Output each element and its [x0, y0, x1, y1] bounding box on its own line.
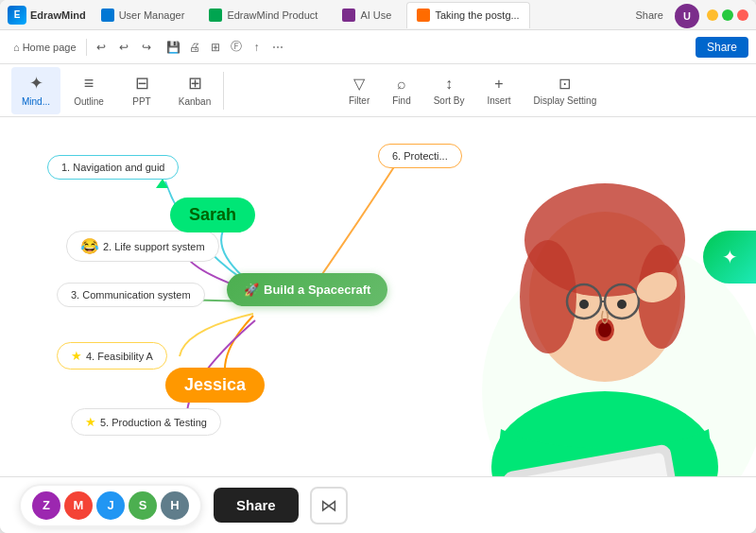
node-production[interactable]: ★ 5. Production & Testing	[71, 408, 221, 436]
jessica-label: Jessica	[184, 375, 246, 394]
node-feasibility[interactable]: ★ 4. Feasibility A	[57, 342, 167, 370]
maximize-button[interactable]	[722, 9, 733, 21]
find-button[interactable]: ⌕ Find	[385, 72, 418, 110]
app-name: EdrawMind	[30, 9, 86, 21]
home-link[interactable]: ⌂ Home page	[8, 42, 82, 53]
avatar-z[interactable]: Z	[32, 491, 60, 520]
avatar-j[interactable]: J	[96, 491, 125, 520]
node-3-label: 3. Communication system	[71, 289, 191, 301]
print-icon[interactable]: 🖨	[185, 38, 204, 57]
ribbon-separator	[223, 72, 224, 110]
ppt-icon: ⊟	[135, 73, 149, 94]
bottom-bar: Z M J S H Share ⋈	[0, 476, 756, 533]
star-icon-5: ★	[85, 415, 96, 429]
sort-by-button[interactable]: ↕ Sort By	[426, 72, 472, 110]
node-2-label: 2. Life support system	[103, 241, 205, 252]
tab-edrawmind-product[interactable]: EdrawMind Product	[199, 2, 327, 28]
title-bar-controls: U Share ? ∧	[632, 9, 748, 21]
search-icon: ⌕	[397, 76, 406, 93]
ribbon-ppt-button[interactable]: ⊟ PPT	[117, 67, 166, 114]
insert-icon: +	[494, 76, 503, 93]
title-bar-left: E EdrawMind User Manager EdrawMind Produ…	[8, 2, 530, 28]
tab-user-manager[interactable]: User Manager	[92, 2, 195, 28]
title-bar: E EdrawMind User Manager EdrawMind Produ…	[0, 0, 756, 30]
ai-bubble-button[interactable]: ✦	[703, 231, 756, 284]
jessica-bubble: Jessica	[165, 368, 265, 403]
tab-icon-postg	[417, 9, 430, 22]
toolbar-divider	[86, 39, 87, 56]
redo-button[interactable]: ↪	[136, 37, 157, 58]
avatar-s[interactable]: S	[129, 491, 157, 520]
sarah-label: Sarah	[189, 205, 236, 224]
outline-icon: ≡	[84, 74, 94, 94]
save-icon[interactable]: 💾	[164, 38, 183, 57]
toolbar-actions: 💾 🖨 ⊞ Ⓕ ↑ ⋯	[164, 38, 287, 57]
central-node-icon: 🚀	[244, 283, 259, 297]
app-logo: E EdrawMind	[8, 6, 86, 25]
ribbon-outline-button[interactable]: ≡ Outline	[64, 67, 113, 114]
close-button[interactable]	[737, 9, 748, 21]
main-canvas[interactable]: 🚀 Build a Spacecraft 1. Navigation and g…	[0, 117, 756, 476]
tab-ai-use[interactable]: AI Use	[333, 2, 401, 28]
central-node: 🚀 Build a Spacecraft	[227, 273, 387, 306]
tab-taking-postg[interactable]: Taking the postg...	[406, 2, 529, 28]
format-icon[interactable]: Ⓕ	[227, 38, 246, 57]
node-communication[interactable]: 3. Communication system	[57, 283, 205, 307]
export-icon[interactable]: ↑	[248, 38, 266, 57]
browser-window: E EdrawMind User Manager EdrawMind Produ…	[0, 0, 756, 533]
svg-point-18	[598, 322, 611, 337]
svg-point-16	[617, 300, 627, 309]
emoji-icon: 😂	[80, 237, 99, 255]
share-button-top[interactable]: Share	[696, 37, 748, 58]
ribbon-kanban-button[interactable]: ⊞ Kanban	[170, 67, 219, 114]
avatar-h[interactable]: H	[161, 491, 189, 520]
ribbon-mind-button[interactable]: ✦ Mind...	[11, 67, 60, 114]
filter-icon: ▽	[353, 75, 365, 93]
toolbar: ⌂ Home page ↩ ↩ ↪ 💾 🖨 ⊞ Ⓕ ↑ ⋯ Share	[0, 30, 756, 64]
insert-button[interactable]: + Insert	[479, 72, 518, 110]
share-label[interactable]: Share	[632, 9, 667, 21]
node-5-label: 5. Production & Testing	[100, 417, 207, 428]
share-button-label: Share	[236, 497, 276, 513]
node-life-support[interactable]: 😂 2. Life support system	[66, 231, 219, 262]
mindmap-container: 🚀 Build a Spacecraft 1. Navigation and g…	[19, 127, 491, 476]
sarah-bubble: Sarah	[170, 198, 255, 232]
share-network-icon: ⋈	[320, 495, 337, 516]
kanban-icon: ⊞	[188, 73, 202, 94]
nav-buttons: ↩ ↩ ↪	[91, 37, 157, 58]
mind-icon: ✦	[29, 73, 43, 94]
ribbon-view-modes: ✦ Mind... ≡ Outline ⊟ PPT ⊞ Kanban	[11, 67, 219, 114]
node-1-label: 1. Navigation and guid	[61, 162, 164, 173]
undo-button-2[interactable]: ↩	[113, 37, 134, 58]
share-label: Share	[707, 41, 737, 54]
avatar-group: Z M J S H	[19, 484, 202, 527]
home-icon: ⌂	[13, 42, 20, 53]
ai-icon: ✦	[722, 246, 738, 268]
ribbon: ✦ Mind... ≡ Outline ⊟ PPT ⊞ Kanban ▽ Fil…	[0, 64, 756, 117]
star-icon-4: ★	[71, 349, 82, 363]
app-logo-icon: E	[8, 6, 26, 25]
filter-button[interactable]: ▽ Filter	[341, 71, 377, 110]
minimize-button[interactable]	[707, 9, 718, 21]
user-avatar[interactable]: U	[675, 4, 699, 28]
node-protection[interactable]: 6. Protecti...	[378, 144, 462, 168]
node-4-label: 4. Feasibility A	[86, 351, 153, 362]
svg-point-15	[579, 300, 589, 309]
tab-icon-user-manager	[101, 9, 114, 22]
node-navigation[interactable]: 1. Navigation and guid	[47, 155, 179, 180]
sort-icon: ↕	[445, 76, 453, 93]
ribbon-actions: ▽ Filter ⌕ Find ↕ Sort By + Insert ⊡ Dis…	[341, 71, 604, 110]
node-6-label: 6. Protecti...	[392, 150, 448, 162]
undo-button[interactable]: ↩	[91, 37, 112, 58]
share-link-button[interactable]: ⋈	[310, 487, 348, 524]
tab-icon-edrawmind	[209, 9, 222, 22]
more-icon[interactable]: ⋯	[268, 38, 287, 57]
display-setting-button[interactable]: ⊡ Display Setting	[526, 71, 605, 110]
display-icon: ⊡	[558, 75, 571, 93]
avatar-m[interactable]: M	[64, 491, 93, 520]
share-bottom-button[interactable]: Share	[214, 488, 299, 523]
tab-icon-ai	[342, 9, 355, 22]
copy-icon[interactable]: ⊞	[206, 38, 225, 57]
central-node-label: Build a Spacecraft	[264, 283, 370, 297]
